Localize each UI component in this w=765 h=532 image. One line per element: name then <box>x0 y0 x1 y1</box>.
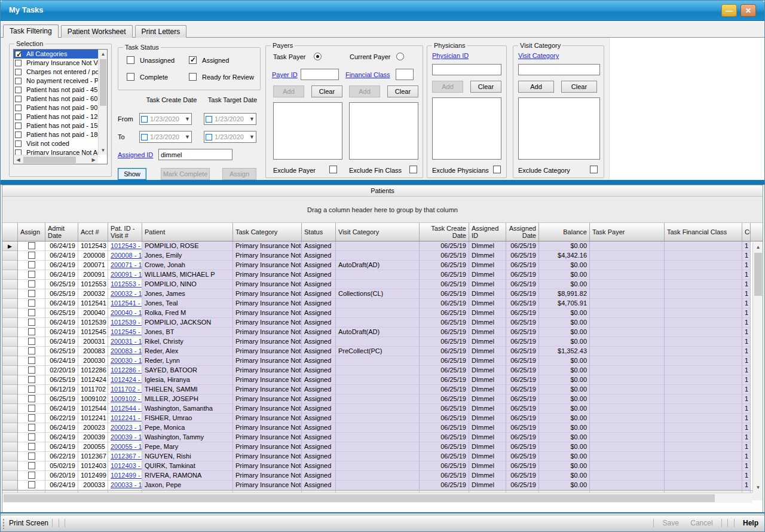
scroll-up-icon[interactable]: ▲ <box>753 242 763 252</box>
scroll-left-icon[interactable]: ◀ <box>14 155 23 164</box>
column-header-indicator[interactable] <box>2 223 18 241</box>
physician-id-input[interactable] <box>432 64 501 75</box>
visit-category-input[interactable] <box>518 64 600 75</box>
pat-id-link[interactable]: 1012286 - 1 <box>111 366 142 374</box>
pat-id-link[interactable]: 1012543 - 1 <box>111 242 142 249</box>
horizontal-scrollbar[interactable] <box>2 493 752 503</box>
scroll-down-icon[interactable]: ▼ <box>99 146 108 155</box>
pat-id-link[interactable]: 200040 - 1 <box>111 309 142 316</box>
scroll-down-icon[interactable]: ▼ <box>753 482 763 493</box>
chevron-down-icon[interactable]: ▼ <box>249 134 255 140</box>
assigned-id-link[interactable]: Assigned ID <box>118 151 153 158</box>
chevron-down-icon[interactable]: ▼ <box>185 116 190 122</box>
target-date-from-picker[interactable]: 1/23/2020 ▼ <box>204 113 256 125</box>
selection-item-checkbox[interactable] <box>15 149 22 155</box>
column-header-admit_date[interactable]: Admit Date <box>45 223 78 241</box>
pat-id-link[interactable]: 1009102 - 2 <box>111 395 142 402</box>
column-header-create_date[interactable]: Task Create Date <box>420 223 469 241</box>
assign-checkbox[interactable] <box>28 261 35 268</box>
pat-id-link[interactable]: 200023 - 1 <box>111 424 142 431</box>
column-header-assigned_id[interactable]: Assigned ID <box>469 223 506 241</box>
selection-item[interactable]: No payment received - Pay <box>14 77 98 85</box>
pat-id-link[interactable]: 1012241 - 1 <box>111 414 142 421</box>
target-date-to-picker[interactable]: 1/23/2020 ▼ <box>204 131 256 143</box>
complete-checkbox[interactable] <box>127 73 134 81</box>
assign-checkbox[interactable] <box>28 452 35 460</box>
scrollbar-thumb[interactable] <box>23 157 76 163</box>
pat-id-link[interactable]: 200083 - 1 <box>111 347 142 354</box>
selection-item-checkbox[interactable] <box>15 123 22 129</box>
selection-horizontal-scrollbar[interactable]: ◀ ▶ <box>14 155 98 164</box>
column-header-balance[interactable]: Balance <box>539 223 590 241</box>
column-header-acct[interactable]: Acct # <box>78 223 108 241</box>
pat-id-link[interactable]: 1012403 - 1 <box>111 462 142 469</box>
scroll-up-icon[interactable]: ▲ <box>99 50 108 59</box>
column-header-assigned_date[interactable]: Assigned Date <box>506 223 539 241</box>
pat-id-link[interactable]: 200031 - 1 <box>111 338 142 345</box>
pat-id-link[interactable]: 1012545 - 1 <box>111 328 142 335</box>
scrollbar-thumb[interactable] <box>754 253 762 296</box>
vertical-scrollbar[interactable]: ▲ ▼ <box>752 242 763 493</box>
selection-item[interactable]: Primary Insurance Not Verif <box>14 59 98 68</box>
payer-clear-button[interactable]: Clear <box>311 85 342 97</box>
selection-item-checkbox[interactable] <box>15 140 22 147</box>
current-payer-radio[interactable] <box>396 53 404 60</box>
exclude-fin-class-checkbox[interactable] <box>409 166 417 173</box>
assign-checkbox[interactable] <box>28 366 35 374</box>
exclude-physicians-checkbox[interactable] <box>493 166 501 173</box>
assign-checkbox[interactable] <box>28 405 35 412</box>
assigned-id-input[interactable] <box>158 149 232 160</box>
physician-id-link[interactable]: Physician ID <box>432 52 469 59</box>
pat-id-link[interactable]: 1012499 - 1 <box>111 472 142 479</box>
cancel-button[interactable]: Cancel <box>690 519 712 527</box>
selection-item[interactable]: Primary Insurance Not Auth <box>14 148 98 155</box>
pat-id-link[interactable]: 200091 - 1 <box>111 271 142 278</box>
pat-id-link[interactable]: 200032 - 1 <box>111 290 142 297</box>
scrollbar-thumb[interactable] <box>100 59 106 106</box>
pat-id-link[interactable]: 1012553 - 1 <box>111 280 142 288</box>
assign-checkbox[interactable] <box>28 386 35 393</box>
date-enable-checkbox[interactable] <box>206 134 212 140</box>
pat-id-link[interactable]: 1012539 - 1 <box>111 319 142 326</box>
pat-id-link[interactable]: 200055 - 1 <box>111 443 142 450</box>
date-enable-checkbox[interactable] <box>141 134 148 140</box>
selection-item[interactable]: All Categories <box>14 50 98 59</box>
selection-item-checkbox[interactable] <box>15 96 22 102</box>
pat-id-link[interactable]: 1012544 - 1 <box>111 405 142 412</box>
financial-class-input[interactable] <box>396 69 414 80</box>
save-button[interactable]: Save <box>663 519 679 527</box>
assign-checkbox[interactable] <box>28 395 35 402</box>
assign-checkbox[interactable] <box>28 462 35 469</box>
payer-add-button[interactable]: Add <box>273 85 304 97</box>
create-date-from-picker[interactable]: 1/23/2020 ▼ <box>139 113 192 125</box>
selection-item[interactable]: Patient has not paid - 60 da <box>14 94 98 103</box>
pat-id-link[interactable]: 1012424 - 2 <box>111 376 142 383</box>
assign-checkbox[interactable] <box>28 376 35 383</box>
assign-checkbox[interactable] <box>28 328 35 335</box>
ready-for-review-checkbox[interactable] <box>189 73 197 81</box>
selection-item-checkbox[interactable] <box>15 78 22 84</box>
selection-item[interactable]: Patient has not paid - 180+ <box>14 130 98 139</box>
assign-checkbox[interactable] <box>28 242 35 249</box>
selection-vertical-scrollbar[interactable]: ▲ ▼ <box>98 50 107 155</box>
assign-checkbox[interactable] <box>28 299 35 307</box>
assign-checkbox[interactable] <box>28 424 35 431</box>
chevron-down-icon[interactable]: ▼ <box>185 134 190 140</box>
scroll-right-icon[interactable]: ▶ <box>89 155 98 164</box>
pat-id-link[interactable]: 200039 - 1 <box>111 433 142 441</box>
column-header-status[interactable]: Status <box>302 223 336 241</box>
financial-class-add-button[interactable]: Add <box>349 85 380 97</box>
assign-checkbox[interactable] <box>28 309 35 316</box>
financial-class-link[interactable]: Financial Class <box>345 71 390 78</box>
selection-item-checkbox[interactable] <box>15 60 22 66</box>
assign-checkbox[interactable] <box>28 280 35 288</box>
create-date-to-picker[interactable]: 1/23/2020 ▼ <box>139 131 192 143</box>
unassigned-checkbox[interactable] <box>127 56 134 64</box>
selection-item-checkbox[interactable] <box>15 51 22 57</box>
mark-complete-button[interactable]: Mark Complete <box>161 168 210 180</box>
selection-item[interactable]: Patient has not paid - 120 d <box>14 112 98 121</box>
selection-listbox[interactable]: All CategoriesPrimary Insurance Not Veri… <box>13 49 108 164</box>
column-header-pat_id[interactable]: Pat. ID - Visit # <box>108 223 142 241</box>
date-enable-checkbox[interactable] <box>141 116 148 123</box>
tab-patient-worksheet[interactable]: Patient Worksheet <box>61 25 133 38</box>
